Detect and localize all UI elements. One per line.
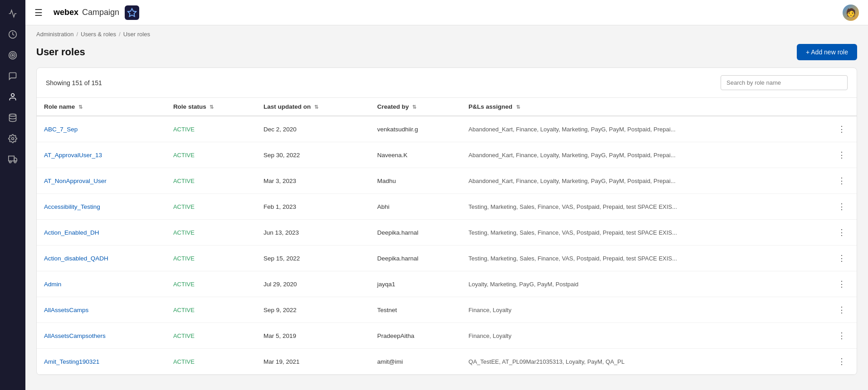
breadcrumb-administration[interactable]: Administration: [36, 31, 73, 38]
more-actions-button[interactable]: ⋮: [834, 122, 849, 136]
breadcrumb-users-roles[interactable]: Users & roles: [81, 31, 116, 38]
brand-campaign-text: Campaign: [82, 8, 119, 17]
main-area: ☰ webex Campaign 🧑 Administration / User…: [25, 0, 868, 390]
col-role-name-label: Role name: [44, 103, 75, 110]
more-actions-button[interactable]: ⋮: [834, 174, 849, 188]
status-badge: ACTIVE: [173, 281, 195, 288]
cell-created-by: Deepika.harnal: [370, 220, 461, 246]
breadcrumb: Administration / Users & roles / User ro…: [25, 25, 868, 40]
cell-status: ACTIVE: [166, 142, 256, 168]
role-name-link[interactable]: Admin: [44, 281, 61, 288]
delivery-nav-item[interactable]: [4, 150, 22, 169]
role-name-link[interactable]: Action_Enabled_DH: [44, 229, 99, 236]
table-row: Action_Enabled_DH ACTIVE Jun 13, 2023 De…: [37, 220, 857, 246]
cell-pls: Testing, Marketing, Sales, Finance, VAS,…: [461, 220, 827, 246]
hamburger-icon[interactable]: ☰: [34, 7, 43, 18]
cell-pls: Loyalty, Marketing, PayG, PayM, Postpaid: [461, 271, 827, 297]
more-actions-button[interactable]: ⋮: [834, 303, 849, 317]
more-actions-button[interactable]: ⋮: [834, 148, 849, 162]
table-header: Role name ⇅ Role status ⇅ Last updated o…: [37, 98, 857, 116]
breadcrumb-sep-1: /: [76, 31, 78, 38]
settings-nav-item[interactable]: [4, 130, 22, 148]
col-created-by-label: Created by: [377, 103, 409, 110]
cell-role-name: AllAssetsCamps: [37, 297, 166, 323]
database-nav-item[interactable]: [4, 109, 22, 127]
showing-count: Showing 151 of 151: [46, 79, 102, 87]
pls-value: Loyalty, Marketing, PayG, PayM, Postpaid: [468, 281, 579, 288]
cell-status: ACTIVE: [166, 323, 256, 349]
cell-status: ACTIVE: [166, 297, 256, 323]
col-last-updated[interactable]: Last updated on ⇅: [256, 98, 370, 116]
analytics-nav-item[interactable]: [4, 5, 22, 23]
svg-point-3: [12, 54, 13, 56]
cell-status: ACTIVE: [166, 220, 256, 246]
pls-value: Testing, Marketing, Sales, Finance, VAS,…: [468, 203, 677, 210]
pls-value: Testing, Marketing, Sales, Finance, VAS,…: [468, 229, 677, 236]
status-badge: ACTIVE: [173, 332, 195, 339]
cell-pls: Testing, Marketing, Sales, Finance, VAS,…: [461, 246, 827, 271]
person-nav-item[interactable]: [4, 88, 22, 106]
cell-more-actions: ⋮: [827, 116, 857, 142]
cell-status: ACTIVE: [166, 349, 256, 375]
cell-created-by: amit@imi: [370, 349, 461, 375]
cell-created-by: venkatsudhiir.g: [370, 116, 461, 142]
search-input[interactable]: [721, 75, 848, 90]
more-actions-button[interactable]: ⋮: [834, 251, 849, 265]
more-actions-button[interactable]: ⋮: [834, 355, 849, 368]
col-pls-assigned[interactable]: P&Ls assigned ⇅: [461, 98, 827, 116]
col-pls-label: P&Ls assigned: [468, 103, 512, 110]
page-header: User roles + Add new role: [25, 40, 868, 67]
role-name-link[interactable]: AllAssetsCampsothers: [44, 332, 106, 339]
sort-role-name-icon: ⇅: [78, 104, 83, 110]
cell-last-updated: Mar 5, 2019: [256, 323, 370, 349]
role-name-link[interactable]: ABC_7_Sep: [44, 126, 78, 133]
content-area: Administration / Users & roles / User ro…: [25, 25, 868, 390]
support-nav-item[interactable]: [4, 67, 22, 85]
col-role-name[interactable]: Role name ⇅: [37, 98, 166, 116]
brand-webex-text: webex: [54, 8, 78, 17]
cell-created-by: Madhu: [370, 168, 461, 194]
more-actions-button[interactable]: ⋮: [834, 200, 849, 213]
cell-more-actions: ⋮: [827, 297, 857, 323]
cell-status: ACTIVE: [166, 116, 256, 142]
col-role-status-label: Role status: [173, 103, 206, 110]
cell-role-name: Action_disabled_QADH: [37, 246, 166, 271]
target-nav-item[interactable]: [4, 46, 22, 64]
role-name-link[interactable]: Action_disabled_QADH: [44, 255, 108, 262]
svg-point-10: [14, 161, 16, 163]
cell-created-by: Deepika.harnal: [370, 246, 461, 271]
status-badge: ACTIVE: [173, 255, 195, 262]
cell-status: ACTIVE: [166, 194, 256, 220]
role-name-link[interactable]: AllAssetsCamps: [44, 307, 88, 313]
table-row: AllAssetsCamps ACTIVE Sep 9, 2022 Testne…: [37, 297, 857, 323]
status-badge: ACTIVE: [173, 152, 195, 159]
clock-nav-item[interactable]: [4, 25, 22, 43]
cell-created-by: Abhi: [370, 194, 461, 220]
role-name-link[interactable]: Accessibility_Testing: [44, 203, 100, 210]
svg-marker-11: [128, 8, 136, 16]
more-actions-button[interactable]: ⋮: [834, 277, 849, 291]
role-name-link[interactable]: AT_NonApproval_User: [44, 178, 107, 184]
cell-last-updated: Sep 15, 2022: [256, 246, 370, 271]
table-row: Amit_Testing190321 ACTIVE Mar 19, 2021 a…: [37, 349, 857, 375]
role-name-link[interactable]: AT_ApprovalUser_13: [44, 152, 102, 159]
cell-role-name: AT_NonApproval_User: [37, 168, 166, 194]
breadcrumb-sep-2: /: [119, 31, 121, 38]
cell-more-actions: ⋮: [827, 220, 857, 246]
cell-last-updated: Dec 2, 2020: [256, 116, 370, 142]
user-avatar[interactable]: 🧑: [843, 5, 859, 21]
sort-last-updated-icon: ⇅: [314, 104, 318, 110]
role-name-link[interactable]: Amit_Testing190321: [44, 358, 99, 365]
add-new-role-button[interactable]: + Add new role: [797, 44, 857, 60]
more-actions-button[interactable]: ⋮: [834, 226, 849, 239]
cell-pls: Finance, Loyalty: [461, 323, 827, 349]
more-actions-button[interactable]: ⋮: [834, 329, 849, 342]
col-actions: [827, 98, 857, 116]
roles-table: Role name ⇅ Role status ⇅ Last updated o…: [37, 98, 857, 375]
sort-created-by-icon: ⇅: [412, 104, 416, 110]
col-created-by[interactable]: Created by ⇅: [370, 98, 461, 116]
col-role-status[interactable]: Role status ⇅: [166, 98, 256, 116]
cell-more-actions: ⋮: [827, 168, 857, 194]
svg-rect-7: [9, 156, 14, 161]
cell-more-actions: ⋮: [827, 271, 857, 297]
